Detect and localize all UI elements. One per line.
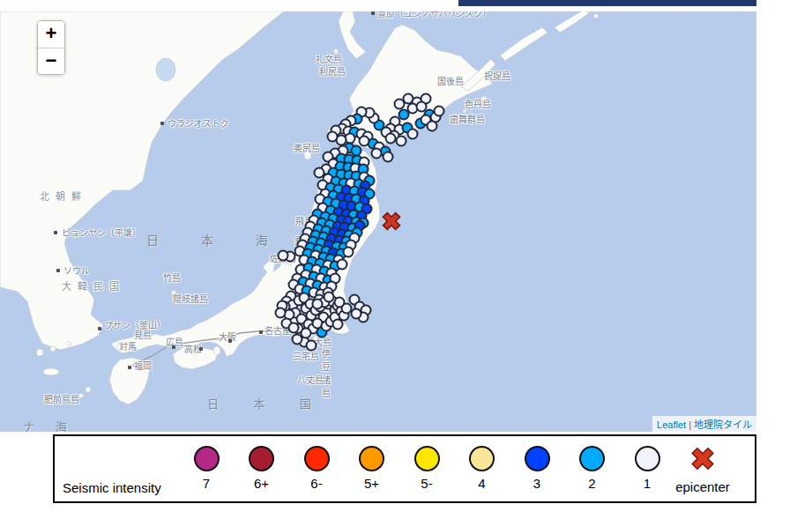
- sea-label: ナ 海: [23, 418, 76, 433]
- place-label: 三宅島: [293, 349, 319, 362]
- island-speck: [594, 14, 599, 19]
- place-label: 礼文島: [316, 52, 342, 65]
- place-label: 肥前鳥島: [44, 392, 79, 405]
- place-label: 竹島: [163, 271, 181, 284]
- attribution-separator: |: [686, 419, 694, 430]
- legend-item-intensity-5-: 5-: [399, 446, 455, 491]
- intensity-1-marker: [396, 136, 407, 147]
- gsi-tiles-link[interactable]: 地理院タイル: [694, 419, 752, 430]
- leaflet-link[interactable]: Leaflet: [657, 419, 686, 430]
- island-korea-south3: [67, 342, 71, 346]
- epicenter-legend-icon: [689, 446, 716, 471]
- place-label: 択捉島: [484, 69, 510, 82]
- legend-label: 6-: [288, 476, 345, 491]
- legend-label: 3: [509, 476, 565, 491]
- intensity-1-marker: [383, 152, 394, 163]
- island-korea-south: [36, 349, 43, 356]
- city-dot: [54, 231, 57, 234]
- legend-label: 5+: [344, 476, 400, 491]
- city-dot: [56, 269, 60, 272]
- legend-item-intensity-2: 2: [564, 446, 621, 491]
- zoom-out-button[interactable]: −: [38, 48, 64, 74]
- intensity-7-legend-circle: [194, 446, 220, 471]
- place-label: 隠岐諸島: [173, 292, 208, 305]
- intensity-1-legend-circle: [635, 446, 660, 471]
- intensity-1-marker: [434, 106, 445, 117]
- intensity-2-legend-circle: [579, 446, 605, 471]
- legend-item-intensity-7: 7: [178, 446, 235, 491]
- intensity-6+-legend-circle: [249, 446, 274, 471]
- epicenter-marker: [381, 211, 402, 235]
- intensity-1-marker: [343, 247, 354, 258]
- legend-item-intensity-3: 3: [509, 446, 565, 491]
- island-goto: [86, 387, 91, 392]
- intensity-5--legend-circle: [414, 446, 440, 471]
- place-label: 大阪: [219, 330, 236, 343]
- place-label: 歯舞群島: [450, 112, 485, 125]
- place-label: 八丈島: [297, 373, 324, 386]
- intensity-1-marker: [301, 328, 312, 339]
- place-label: 利尻島: [319, 64, 346, 78]
- city-dot: [160, 122, 164, 125]
- place-label: 豊原（ユジノサハリンスク）: [377, 11, 491, 19]
- legend-label: 5-: [399, 476, 455, 491]
- legend-label: 7: [178, 476, 235, 491]
- intensity-1-marker: [359, 136, 370, 147]
- intensity-1-marker: [371, 148, 383, 159]
- landmass-sakhalin: [339, 11, 366, 59]
- intensity-6--legend-circle: [304, 446, 330, 471]
- place-label: 大韓民国: [62, 278, 125, 293]
- place-label: ソウル: [63, 263, 90, 277]
- legend-label: epicenter: [667, 479, 738, 494]
- city-dot: [172, 345, 175, 349]
- intensity-1-marker: [334, 297, 346, 308]
- sea-label: 日 本 国: [207, 395, 327, 411]
- legend-item-epicenter: epicenter: [667, 446, 738, 494]
- place-label: 福岡: [134, 359, 152, 372]
- city-dot: [228, 339, 232, 343]
- lake-khanka: [156, 58, 175, 81]
- intensity-1-marker: [278, 250, 289, 262]
- city-dot: [259, 330, 263, 334]
- island-etorofu: [500, 27, 548, 61]
- city-dot: [371, 11, 375, 15]
- map-base-tiles: [0, 11, 756, 432]
- intensity-1-marker: [275, 308, 287, 319]
- legend-item-intensity-6+: 6+: [234, 446, 290, 491]
- intensity-4-legend-circle: [469, 446, 495, 471]
- zoom-control: + −: [37, 20, 65, 75]
- place-label: 北朝鮮: [40, 189, 87, 203]
- legend-label: 6+: [234, 476, 290, 491]
- intensity-3-legend-circle: [525, 446, 550, 471]
- intensity-1-marker: [337, 259, 348, 271]
- map-canvas[interactable]: ウラジオストク豊原（ユジノサハリンスク）北朝鮮ピョンヤン（平壌）ソウル大韓民国プ…: [0, 11, 756, 432]
- place-label: ピョンヤン（平壌）: [62, 226, 141, 239]
- sea-label: 日 本 海: [146, 231, 287, 248]
- intensity-1-marker: [385, 133, 397, 145]
- intensity-1-marker: [288, 323, 300, 334]
- legend-item-intensity-5+: 5+: [344, 446, 400, 491]
- island-awaji: [213, 346, 220, 355]
- legend-item-intensity-4: 4: [454, 446, 510, 491]
- legend-label: 4: [454, 476, 510, 491]
- intensity-1-marker: [306, 340, 317, 352]
- intensity-1-marker: [427, 121, 438, 132]
- legend-label: 2: [564, 476, 621, 491]
- intensity-1-marker: [327, 131, 339, 143]
- intensity-1-marker: [351, 308, 362, 320]
- legend-item-intensity-6-: 6-: [288, 446, 345, 491]
- legend-title: Seismic intensity: [63, 480, 161, 495]
- intensity-1-marker: [312, 299, 324, 310]
- zoom-in-button[interactable]: +: [38, 21, 64, 48]
- header-bar: [458, 0, 756, 6]
- island-korea-south2: [50, 346, 56, 352]
- intensity-5+-legend-circle: [359, 446, 384, 471]
- city-dot: [128, 366, 131, 369]
- city-dot: [98, 327, 101, 330]
- place-label: 対馬: [119, 339, 137, 352]
- city-dot: [199, 347, 203, 351]
- place-label: 国後島: [437, 74, 464, 87]
- place-label: ウラジオストク: [168, 116, 229, 130]
- island-west: [43, 368, 59, 375]
- seismic-intensity-legend: Seismic intensity 76+6-5+5-4321epicenter: [53, 434, 756, 503]
